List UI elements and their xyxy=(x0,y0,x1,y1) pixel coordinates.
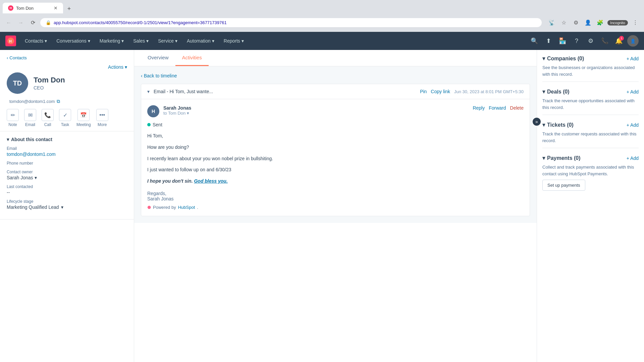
email-signature: Regards, Sarah Jonas ⊛ Powered by HubSpo… xyxy=(147,191,524,210)
deals-collapse-icon: ▾ xyxy=(542,88,545,95)
call-button[interactable]: 📞 Call xyxy=(42,109,54,127)
tab-close-button[interactable]: ✕ xyxy=(54,5,58,11)
contact-email-row: tomdon@dontom1.com ⧉ xyxy=(7,97,127,106)
svg-text:H: H xyxy=(9,39,12,43)
back-nav-button[interactable]: ← xyxy=(4,18,13,27)
back-to-contacts-link[interactable]: ‹ Contacts xyxy=(7,55,127,60)
nav-marketing[interactable]: Marketing ▾ xyxy=(96,36,127,46)
reply-button[interactable]: Reply xyxy=(473,105,485,111)
payments-section: ▾ Payments (0) + Add Collect and track p… xyxy=(542,155,639,191)
new-tab-button[interactable]: + xyxy=(64,4,74,13)
contact-name: Tom Don xyxy=(34,76,65,84)
email-from-row: H Sarah Jonas to Tom Don ▾ Reply xyxy=(147,105,524,117)
deals-section-header[interactable]: ▾ Deals (0) + Add xyxy=(542,88,639,95)
task-button[interactable]: ✓ Task xyxy=(59,109,71,127)
payments-section-header[interactable]: ▾ Payments (0) + Add xyxy=(542,155,639,161)
menu-icon[interactable]: ⋮ xyxy=(631,18,640,27)
expand-panel-button[interactable]: » xyxy=(532,117,541,126)
settings-icon[interactable]: ⚙ xyxy=(571,18,581,27)
tickets-section: ▾ Tickets (0) + Add Track the customer r… xyxy=(542,122,639,148)
help-button[interactable]: ? xyxy=(571,35,582,47)
phone-button[interactable]: 📞 xyxy=(599,35,610,47)
call-icon: 📞 xyxy=(42,109,54,121)
back-to-timeline-link[interactable]: ‹ Back to timeline xyxy=(141,73,530,78)
pin-button[interactable]: Pin xyxy=(420,89,427,94)
email-card: ▾ Email - Hi Tom, Just wante... Pin Copy… xyxy=(141,84,530,216)
phone-field-group: Phone number xyxy=(7,161,127,166)
to-chevron-icon[interactable]: ▾ xyxy=(187,111,189,116)
search-button[interactable]: 🔍 xyxy=(529,35,540,47)
settings-button[interactable]: ⚙ xyxy=(585,35,596,47)
companies-desc: See the businesses or organizations asso… xyxy=(542,64,639,77)
email-to: to Tom Don ▾ xyxy=(163,111,469,116)
owner-chevron-icon: ▾ xyxy=(35,175,37,180)
incognito-badge: Incognito xyxy=(607,20,628,25)
nav-conversations[interactable]: Conversations ▾ xyxy=(53,36,94,46)
address-bar[interactable]: 🔒 app.hubspot.com/contacts/40055750/reco… xyxy=(40,18,542,27)
note-button[interactable]: ✏ Note xyxy=(7,109,19,127)
hubspot-link[interactable]: HubSpot xyxy=(178,205,195,210)
email-paragraph3: I just wanted to follow up on and 6/30/2… xyxy=(147,166,524,174)
forward-button[interactable]: Forward xyxy=(489,105,506,111)
meeting-button[interactable]: 📅 Meeting xyxy=(76,109,91,127)
add-company-button[interactable]: + Add xyxy=(627,56,639,61)
nav-automation[interactable]: Automation ▾ xyxy=(183,36,218,46)
deals-section: ▾ Deals (0) + Add Track the revenue oppo… xyxy=(542,88,639,115)
task-icon: ✓ xyxy=(59,109,71,121)
main-content: Overview Activities ‹ Back to timeline ▾… xyxy=(134,50,537,223)
tabs-bar: Overview Activities xyxy=(134,50,537,66)
about-section-title[interactable]: ▾ About this contact xyxy=(7,137,127,142)
email-button[interactable]: ✉ Email xyxy=(24,109,36,127)
add-ticket-button[interactable]: + Add xyxy=(627,122,639,128)
user-avatar-button[interactable]: 👤 xyxy=(627,35,639,47)
contact-avatar: TD xyxy=(7,72,28,94)
payments-desc: Collect and track payments associated wi… xyxy=(542,164,639,177)
god-bless-link[interactable]: God bless you. xyxy=(194,178,227,184)
tickets-collapse-icon: ▾ xyxy=(542,122,545,128)
extensions-icon[interactable]: 🧩 xyxy=(595,18,605,27)
copy-link-button[interactable]: Copy link xyxy=(431,89,450,94)
nav-contacts[interactable]: Contacts ▾ xyxy=(21,36,50,46)
upgrade-button[interactable]: ⬆ xyxy=(543,35,554,47)
more-button[interactable]: ••• More xyxy=(96,109,108,127)
email-field-value[interactable]: tomdon@dontom1.com xyxy=(7,152,127,157)
email-paragraph4: I hope you don't sin. God bless you. xyxy=(147,177,524,185)
email-header: ▾ Email - Hi Tom, Just wante... Pin Copy… xyxy=(141,84,530,99)
add-deal-button[interactable]: + Add xyxy=(627,89,639,95)
nav-service[interactable]: Service ▾ xyxy=(155,36,181,46)
email-paragraph2: I recently learn about your you won nobe… xyxy=(147,155,524,163)
actions-button[interactable]: Actions ▾ xyxy=(108,64,127,70)
hubspot-logo[interactable]: H xyxy=(5,36,16,46)
notification-badge: 1 xyxy=(619,36,624,41)
owner-select[interactable]: Sarah Jonas ▾ xyxy=(7,175,127,180)
companies-section-header[interactable]: ▾ Companies (0) + Add xyxy=(542,55,639,62)
email-content: Hi Tom, How are you doing? I recently le… xyxy=(147,132,524,185)
reload-button[interactable]: ⟳ xyxy=(28,18,38,27)
top-nav: H Contacts ▾ Conversations ▾ Marketing ▾… xyxy=(0,32,644,50)
notifications-button[interactable]: 🔔 1 xyxy=(613,35,625,47)
delete-button[interactable]: Delete xyxy=(510,105,524,111)
cast-icon[interactable]: 📡 xyxy=(547,18,556,27)
more-icon: ••• xyxy=(96,109,108,121)
add-payment-button[interactable]: + Add xyxy=(627,156,639,161)
bookmark-icon[interactable]: ☆ xyxy=(559,18,569,27)
marketplace-button[interactable]: 🏪 xyxy=(557,35,568,47)
nav-sales[interactable]: Sales ▾ xyxy=(130,36,152,46)
profile-icon[interactable]: 👤 xyxy=(583,18,593,27)
tab-overview[interactable]: Overview xyxy=(141,50,175,66)
tab-activities[interactable]: Activities xyxy=(175,50,209,66)
browser-tab[interactable]: H Tom Don ✕ xyxy=(3,3,63,13)
email-greeting: Hi Tom, xyxy=(147,132,524,140)
tickets-section-header[interactable]: ▾ Tickets (0) + Add xyxy=(542,122,639,128)
email-field-group: Email tomdon@dontom1.com xyxy=(7,146,127,157)
lifecycle-badge[interactable]: Marketing Qualified Lead ▾ xyxy=(7,204,127,210)
copy-email-button[interactable]: ⧉ xyxy=(57,99,60,104)
set-up-payments-button[interactable]: Set up payments xyxy=(542,180,585,191)
hubspot-small-logo: ⊛ xyxy=(147,205,151,210)
email-collapse-button[interactable]: ▾ xyxy=(147,89,150,94)
companies-section: ▾ Companies (0) + Add See the businesses… xyxy=(542,55,639,82)
forward-nav-button[interactable]: → xyxy=(16,18,25,27)
email-timestamp: Jun 30, 2023 at 8:01 PM GMT+5:30 xyxy=(454,89,524,94)
nav-reports[interactable]: Reports ▾ xyxy=(220,36,247,46)
actions-chevron-icon: ▾ xyxy=(125,64,127,70)
